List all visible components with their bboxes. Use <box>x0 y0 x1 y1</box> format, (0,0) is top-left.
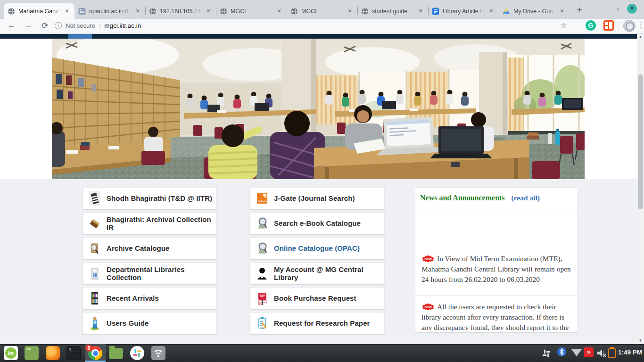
address-bar[interactable]: i Not secure | mgcl.iitr.ac.in <box>55 22 141 29</box>
tab-library-article[interactable]: Library Article D × <box>428 3 499 19</box>
scroll-down-arrow[interactable]: ▼ <box>637 337 644 344</box>
page-scrollbar[interactable]: ▲ ▼ <box>637 34 644 344</box>
window-minimize-button[interactable]: – <box>606 5 610 13</box>
url-text[interactable]: mgcl.iitr.ac.in <box>104 22 141 29</box>
globe-icon <box>361 8 369 15</box>
magnifier-books-icon <box>256 241 268 255</box>
button-jgate[interactable]: J-Gate J-Gate (Journal Search) <box>250 187 384 209</box>
department-device-icon <box>89 266 100 280</box>
button-archive-catalogue[interactable]: Archive Catalogue <box>83 237 217 259</box>
show-desktop-button[interactable] <box>25 346 39 360</box>
news-item: newAll the users are requested to check … <box>415 296 578 332</box>
profile-avatar[interactable] <box>623 20 636 32</box>
magnifier-books-icon <box>256 216 268 230</box>
terminal-icon[interactable]: $_ <box>66 346 81 360</box>
svg-text:new: new <box>424 257 432 261</box>
forward-button[interactable]: → <box>25 21 33 30</box>
jgate-logo-icon: J-Gate <box>256 191 268 206</box>
slack-tray-icon[interactable] <box>540 347 553 362</box>
site-nav-strip <box>0 34 637 39</box>
tab-close-icon[interactable]: × <box>275 8 283 15</box>
scroll-up-arrow[interactable]: ▲ <box>637 34 644 41</box>
new-tab-button[interactable]: + <box>573 4 586 16</box>
window-restore-button[interactable]: ▫ <box>617 6 619 12</box>
button-search-ebook[interactable]: Search e-Book Catalogue <box>250 212 384 234</box>
tab-close-icon[interactable]: × <box>487 8 495 15</box>
google-drive-icon <box>503 8 510 15</box>
site-nav-active-segment <box>68 34 92 39</box>
news-panel: News and Announcements (read all) newIn … <box>415 188 578 333</box>
tab-opac[interactable]: opac.iitr.ac.in:8 × <box>74 3 145 19</box>
reload-button[interactable]: ⟳ <box>41 21 48 31</box>
file-manager-icon[interactable] <box>109 348 123 359</box>
new-badge-icon: new <box>421 303 435 311</box>
bookshelf-icon <box>89 291 100 305</box>
svg-text:new: new <box>424 305 432 309</box>
tab-mgcl-1[interactable]: MGCL × <box>216 3 287 19</box>
tab-192-168[interactable]: 192.168.105.14 × <box>145 3 216 19</box>
network-wifi-icon[interactable] <box>151 346 165 360</box>
globe-icon <box>149 8 157 15</box>
button-departmental-libraries[interactable]: Departmental Libraries Collection <box>83 262 217 284</box>
layout-extension-icon[interactable] <box>603 20 614 31</box>
window-close-button[interactable]: × <box>627 4 637 14</box>
security-label: Not secure <box>66 22 95 29</box>
tab-student-guide[interactable]: student guide × <box>357 3 428 19</box>
read-all-link[interactable]: (read all) <box>512 194 540 202</box>
firefox-icon[interactable] <box>46 346 60 360</box>
button-users-guide[interactable]: Users Guide <box>83 312 217 334</box>
tab-mahatma-gandhi[interactable]: Mahatma Gand × <box>4 3 74 19</box>
button-opac[interactable]: Online Catalogue (OPAC) <box>250 237 384 259</box>
kiosk-icon <box>89 316 100 330</box>
tab-close-icon[interactable]: × <box>134 8 141 15</box>
button-book-purchase[interactable]: Book Purchase Request <box>250 287 384 309</box>
mint-menu-button[interactable]: lm <box>4 346 18 360</box>
news-item: newIn View of Mid Term Examination (MTE)… <box>415 208 578 296</box>
svg-text:J-Gate: J-Gate <box>258 200 267 203</box>
clipboard-pencil-icon <box>256 316 268 330</box>
archival-book-icon <box>89 216 100 230</box>
globe-icon <box>220 8 227 15</box>
red-book-icon <box>256 291 268 305</box>
archive-book-magnifier-icon <box>89 241 100 255</box>
news-header: News and Announcements (read all) <box>415 188 578 208</box>
document-icon <box>432 8 439 15</box>
taskbar-clock[interactable]: 1:49 PM <box>618 349 642 356</box>
tab-mgcl-2[interactable]: MGCL × <box>287 3 357 19</box>
anydesk-icon[interactable]: » <box>584 347 594 357</box>
new-badge-icon: new <box>421 255 435 263</box>
info-icon[interactable]: i <box>55 22 62 29</box>
button-shodh-bhagirathi[interactable]: Shodh Bhagirathi (T&D @ IITR) <box>83 187 217 209</box>
thesis-stack-icon <box>89 191 100 206</box>
image-placeholder-icon <box>78 8 86 15</box>
browser-menu-icon[interactable]: ⋮ <box>637 21 644 29</box>
button-research-paper[interactable]: Request for Research Paper <box>250 312 384 334</box>
browser-tab-bar: Mahatma Gand × opac.iitr.ac.in:8 × 192.1… <box>0 0 644 19</box>
tab-my-drive[interactable]: My Drive - Goo × <box>499 3 570 19</box>
globe-icon <box>8 8 15 15</box>
globe-icon <box>290 8 298 15</box>
volume-muted-icon[interactable] <box>596 348 607 360</box>
tab-close-icon[interactable]: × <box>63 8 71 15</box>
tab-close-icon[interactable]: × <box>558 8 566 15</box>
bookmark-star-icon[interactable]: ☆ <box>560 21 567 30</box>
button-bhagirathi-archival[interactable]: Bhagirathi: Archival Collection IR <box>83 212 217 234</box>
button-my-account[interactable]: My Account @ MG Central Library <box>250 262 384 284</box>
person-bust-icon <box>256 266 268 280</box>
bluetooth-icon[interactable] <box>557 347 566 356</box>
chrome-notification-badge: 6 <box>85 345 92 352</box>
battery-icon[interactable] <box>608 348 616 358</box>
scrollbar-thumb[interactable] <box>638 74 643 209</box>
back-button[interactable]: ← <box>8 21 16 30</box>
slack-icon[interactable] <box>130 346 144 360</box>
tab-close-icon[interactable]: × <box>346 8 354 15</box>
tab-close-icon[interactable]: × <box>417 8 424 15</box>
library-photo <box>52 39 585 179</box>
button-recent-arrivals[interactable]: Recent Arrivals <box>83 287 217 309</box>
news-title: News and Announcements <box>420 194 505 202</box>
wifi-tray-icon[interactable] <box>571 349 582 356</box>
grammarly-extension-icon[interactable]: G <box>586 20 596 31</box>
tab-close-icon[interactable]: × <box>205 8 212 15</box>
